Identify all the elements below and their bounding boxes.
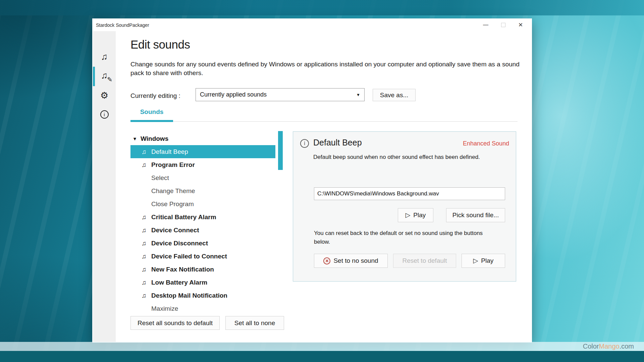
music-notes-icon: ♫ [101, 52, 108, 62]
music-note-icon: ♫ [140, 292, 148, 299]
preset-dropdown-value: Currently applied sounds [200, 91, 356, 98]
set-to-no-sound-button[interactable]: ✕ Set to no sound [314, 254, 388, 268]
minimize-button[interactable]: — [477, 18, 494, 31]
tree-row[interactable]: ♫ Device Failed to Connect [130, 250, 275, 263]
tree-row[interactable]: ♫ Low Battery Alarm [130, 276, 275, 289]
tree-row-label: Device Connect [151, 227, 199, 234]
close-button[interactable]: ✕ [512, 18, 529, 31]
watermark-color: Color [583, 343, 599, 350]
tree-row[interactable]: ♫ New Fax Notification [130, 263, 275, 276]
sound-tree: ▼ Windows ♫ Default Beep ♫ Program Error… [130, 132, 275, 315]
sidebar-item-settings[interactable]: ⚙ [93, 86, 116, 105]
reset-to-default-button[interactable]: Reset to default [393, 254, 456, 268]
preset-dropdown[interactable]: Currently applied sounds ▼ [196, 88, 365, 101]
tree-row[interactable]: ♫ Critical Battery Alarm [130, 210, 275, 224]
titlebar[interactable]: Stardock SoundPackager — ✕ [92, 18, 532, 31]
music-note-icon: ♫ [140, 266, 148, 273]
tree-row[interactable]: ♫ Close Program [130, 197, 275, 210]
play-button-label: Play [413, 212, 426, 219]
tab-active-underline [130, 120, 173, 122]
window-title: Stardock SoundPackager [96, 18, 149, 32]
tree-row-label: Change Theme [151, 187, 195, 195]
reset-all-sounds-button[interactable]: Reset all sounds to default [130, 316, 220, 330]
window-controls: — ✕ [477, 18, 529, 31]
soundpackager-window: Stardock SoundPackager — ✕ ♫ ♫✎ ⚙ i Edit… [92, 18, 532, 343]
set-to-no-sound-label: Set to no sound [333, 257, 378, 264]
tree-row-label: Maximize [151, 305, 178, 312]
sidebar-item-about[interactable]: i [93, 105, 116, 124]
tree-row-label: Critical Battery Alarm [151, 214, 216, 221]
chevron-down-icon: ▼ [356, 93, 360, 97]
sound-detail-panel: i Default Beep Enhanced Sound Default be… [293, 131, 516, 282]
tree-row-label: Device Disconnect [151, 240, 208, 247]
gear-icon: ⚙ [100, 90, 108, 101]
sidebar-item-edit-sounds[interactable]: ♫✎ [93, 66, 116, 85]
music-note-icon: ♫ [140, 253, 148, 260]
tree-row-label: Program Error [151, 161, 195, 169]
tree-row[interactable]: ♫ Desktop Mail Notification [130, 289, 275, 302]
tree-row[interactable]: ♫ Select [130, 171, 275, 184]
music-note-icon: ♫ [140, 279, 148, 286]
reset-hint-text: You can reset back to the default or set… [314, 229, 497, 246]
save-as-button[interactable]: Save as... [373, 89, 416, 101]
tree-group-label: Windows [141, 135, 168, 142]
tab-sounds[interactable]: Sounds [130, 108, 173, 116]
expander-triangle-icon[interactable]: ▼ [130, 136, 141, 141]
sidebar-item-sound-packs[interactable]: ♫ [93, 47, 116, 66]
tree-row-label: Select [151, 174, 169, 182]
bottom-teal-band [0, 351, 644, 362]
play-button-secondary-label: Play [481, 257, 493, 264]
circle-x-icon: ✕ [323, 257, 330, 264]
tree-row-label: Close Program [151, 200, 194, 208]
music-note-icon: ♫ [140, 148, 148, 156]
currently-editing-label: Currently editing : [130, 89, 180, 102]
maximize-button[interactable] [494, 18, 512, 31]
page-title: Edit sounds [130, 38, 190, 51]
tree-row-label: Low Battery Alarm [151, 279, 207, 286]
set-all-to-none-button[interactable]: Set all to none [225, 316, 284, 330]
tree-row-label: Default Beep [151, 148, 188, 156]
play-button[interactable]: ▷ Play [398, 208, 433, 222]
tab-divider-line [130, 121, 518, 122]
desktop-background-top [0, 0, 644, 15]
music-note-icon: ♫ [140, 161, 148, 169]
enhanced-sound-badge: Enhanced Sound [463, 140, 509, 147]
edit-sounds-icon: ♫✎ [101, 70, 108, 81]
pencil-icon: ✎ [107, 76, 112, 83]
play-icon: ▷ [473, 257, 478, 264]
tree-group-windows[interactable]: ▼ Windows [130, 132, 275, 145]
page-description: Change sounds for any sound events defin… [130, 60, 520, 77]
info-icon: i [300, 139, 309, 148]
watermark-com: .com [620, 343, 634, 350]
watermark-band: ColorMango.com [0, 342, 644, 351]
tree-row[interactable]: ♫ Change Theme [130, 184, 275, 197]
music-note-icon: ♫ [140, 214, 148, 221]
play-icon: ▷ [406, 211, 411, 219]
detail-title: Default Beep [313, 138, 362, 147]
play-button-secondary[interactable]: ▷ Play [462, 254, 505, 268]
watermark-mango: Mango [599, 343, 620, 350]
pick-sound-file-button[interactable]: Pick sound file... [446, 208, 505, 222]
music-note-icon: ♫ [140, 240, 148, 247]
sidebar: ♫ ♫✎ ⚙ i [93, 31, 116, 342]
tree-row-label: Desktop Mail Notification [151, 292, 227, 299]
detail-description: Default beep sound when no other sound e… [313, 154, 480, 161]
tree-row[interactable]: ♫ Device Connect [130, 224, 275, 237]
tree-row[interactable]: ♫ Maximize [130, 302, 275, 315]
tree-row-label: Device Failed to Connect [151, 253, 227, 260]
sound-file-path-input[interactable] [314, 187, 505, 200]
tree-row[interactable]: ♫ Program Error [130, 158, 275, 171]
tree-scrollbar-thumb[interactable] [278, 131, 283, 170]
tree-row[interactable]: ♫ Default Beep [130, 145, 275, 158]
maximize-icon [501, 23, 505, 27]
tree-row-label: New Fax Notification [151, 266, 214, 273]
info-icon: i [100, 110, 109, 119]
music-note-icon: ♫ [140, 227, 148, 234]
tree-row[interactable]: ♫ Device Disconnect [130, 237, 275, 250]
